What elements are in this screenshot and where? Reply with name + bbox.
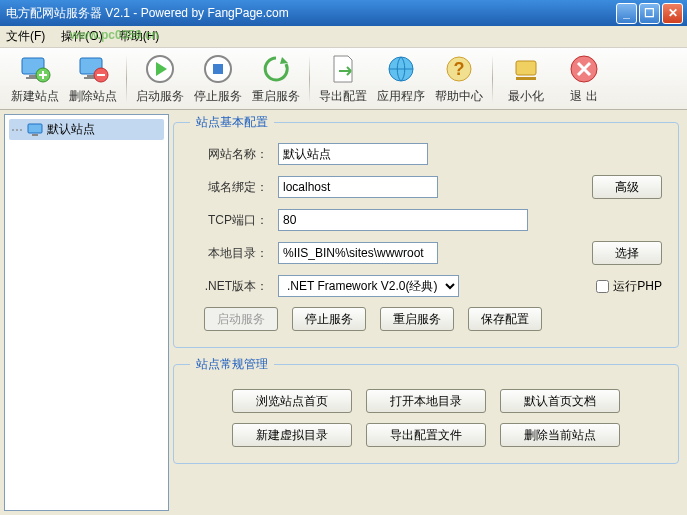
basic-config-legend: 站点基本配置 [190, 114, 274, 131]
toolbar-label: 删除站点 [69, 88, 117, 105]
domain-input[interactable] [278, 176, 438, 198]
svg-rect-10 [213, 64, 223, 74]
browse-home-button[interactable]: 浏览站点首页 [232, 389, 352, 413]
window-title: 电方配网站服务器 V2.1 - Powered by FangPage.com [4, 5, 616, 22]
new-virtual-dir-button[interactable]: 新建虚拟目录 [232, 423, 352, 447]
titlebar: 电方配网站服务器 V2.1 - Powered by FangPage.com … [0, 0, 687, 26]
start-service-action[interactable]: 启动服务 [204, 307, 278, 331]
export-config-button[interactable]: 导出配置 [314, 51, 372, 107]
menu-operate[interactable]: 操作(O) [61, 28, 102, 45]
domain-label: 域名绑定： [190, 179, 268, 196]
row-domain: 域名绑定： 高级 [190, 175, 662, 199]
svg-rect-14 [516, 61, 536, 75]
toolbar: 新建站点 删除站点 启动服务 停止服务 重启服务 导出配置 应用程序 ? 帮助中… [0, 48, 687, 110]
stop-icon [202, 53, 234, 85]
toolbar-separator [309, 55, 310, 103]
row-site-name: 网站名称： [190, 143, 662, 165]
help-center-button[interactable]: ? 帮助中心 [430, 51, 488, 107]
help-icon: ? [443, 53, 475, 85]
svg-text:?: ? [454, 59, 465, 79]
default-home-doc-button[interactable]: 默认首页文档 [500, 389, 620, 413]
tree-item-default-site[interactable]: ⋯ 默认站点 [9, 119, 164, 140]
menu-help[interactable]: 帮助(H) [119, 28, 160, 45]
port-label: TCP端口： [190, 212, 268, 229]
exit-icon [568, 53, 600, 85]
exit-button[interactable]: 退 出 [555, 51, 613, 107]
toolbar-label: 退 出 [570, 88, 597, 105]
toolbar-label: 帮助中心 [435, 88, 483, 105]
toolbar-label: 停止服务 [194, 88, 242, 105]
stop-service-action[interactable]: 停止服务 [292, 307, 366, 331]
run-php-label: 运行PHP [613, 278, 662, 295]
start-service-button[interactable]: 启动服务 [131, 51, 189, 107]
window-controls: _ ☐ ✕ [616, 3, 683, 24]
open-local-dir-button[interactable]: 打开本地目录 [366, 389, 486, 413]
delete-site-button[interactable]: 删除站点 [64, 51, 122, 107]
monitor-add-icon [19, 53, 51, 85]
site-name-label: 网站名称： [190, 146, 268, 163]
minimize-button[interactable]: _ [616, 3, 637, 24]
svg-rect-17 [28, 124, 42, 133]
svg-rect-18 [32, 134, 38, 136]
content-panel: 站点基本配置 网站名称： 域名绑定： 高级 TCP端口： 本地目录： 选择 [169, 110, 687, 515]
save-config-action[interactable]: 保存配置 [468, 307, 542, 331]
toolbar-label: 最小化 [508, 88, 544, 105]
restart-service-action[interactable]: 重启服务 [380, 307, 454, 331]
play-icon [144, 53, 176, 85]
menu-file[interactable]: 文件(F) [6, 28, 45, 45]
net-version-label: .NET版本： [190, 278, 268, 295]
toolbar-label: 应用程序 [377, 88, 425, 105]
run-php-checkbox[interactable] [596, 280, 609, 293]
stop-service-button[interactable]: 停止服务 [189, 51, 247, 107]
svg-rect-15 [516, 77, 536, 80]
regular-mgmt-legend: 站点常规管理 [190, 356, 274, 373]
delete-current-site-button[interactable]: 删除当前站点 [500, 423, 620, 447]
globe-icon [385, 53, 417, 85]
port-input[interactable] [278, 209, 528, 231]
toolbar-label: 重启服务 [252, 88, 300, 105]
document-export-icon [327, 53, 359, 85]
net-version-select[interactable]: .NET Framework V2.0(经典) [278, 275, 459, 297]
toolbar-label: 启动服务 [136, 88, 184, 105]
minimize-icon [510, 53, 542, 85]
monitor-icon [27, 122, 43, 138]
site-tree[interactable]: ⋯ 默认站点 [4, 114, 169, 511]
local-dir-label: 本地目录： [190, 245, 268, 262]
dotted-line: ⋯ [11, 123, 23, 137]
toolbar-label: 新建站点 [11, 88, 59, 105]
menubar: 文件(F) 操作(O) 帮助(H) www.pc0359.cn [0, 26, 687, 48]
new-site-button[interactable]: 新建站点 [6, 51, 64, 107]
refresh-icon [260, 53, 292, 85]
monitor-remove-icon [77, 53, 109, 85]
row-local-dir: 本地目录： 选择 [190, 241, 662, 265]
row-net-version: .NET版本： .NET Framework V2.0(经典) 运行PHP [190, 275, 662, 297]
restart-service-button[interactable]: 重启服务 [247, 51, 305, 107]
export-config-file-button[interactable]: 导出配置文件 [366, 423, 486, 447]
advanced-button[interactable]: 高级 [592, 175, 662, 199]
run-php-checkbox-wrap[interactable]: 运行PHP [596, 278, 662, 295]
row-port: TCP端口： [190, 209, 662, 231]
maximize-button[interactable]: ☐ [639, 3, 660, 24]
mgmt-row-2: 新建虚拟目录 导出配置文件 删除当前站点 [190, 423, 662, 447]
toolbar-separator [492, 55, 493, 103]
basic-config-group: 站点基本配置 网站名称： 域名绑定： 高级 TCP端口： 本地目录： 选择 [173, 114, 679, 348]
close-button[interactable]: ✕ [662, 3, 683, 24]
service-buttons-row: 启动服务 停止服务 重启服务 保存配置 [190, 307, 662, 331]
local-dir-input[interactable] [278, 242, 438, 264]
toolbar-separator [126, 55, 127, 103]
main-area: ⋯ 默认站点 站点基本配置 网站名称： 域名绑定： 高级 TCP端口： [0, 110, 687, 515]
site-name-input[interactable] [278, 143, 428, 165]
regular-mgmt-group: 站点常规管理 浏览站点首页 打开本地目录 默认首页文档 新建虚拟目录 导出配置文… [173, 356, 679, 464]
minimize-tray-button[interactable]: 最小化 [497, 51, 555, 107]
mgmt-row-1: 浏览站点首页 打开本地目录 默认首页文档 [190, 389, 662, 413]
select-dir-button[interactable]: 选择 [592, 241, 662, 265]
toolbar-label: 导出配置 [319, 88, 367, 105]
tree-item-label: 默认站点 [47, 121, 95, 138]
application-button[interactable]: 应用程序 [372, 51, 430, 107]
